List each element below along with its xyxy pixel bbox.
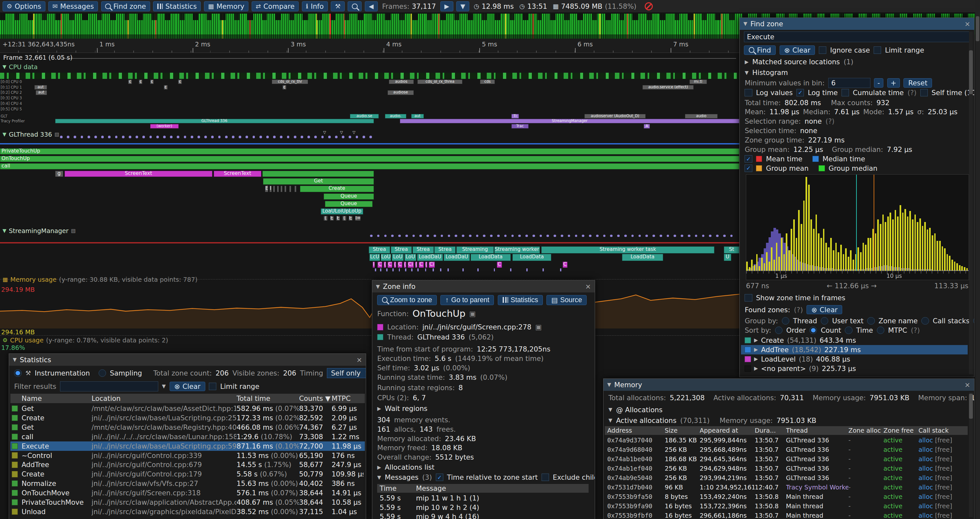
timeline-zone[interactable]: (worker) bbox=[150, 124, 179, 129]
collapse-icon[interactable]: ▼ bbox=[608, 407, 612, 412]
glthread-header[interactable]: ▼ GLThread 336 ▤ bbox=[3, 131, 59, 138]
timeline-zone[interactable]: LoaULoiUpLoUp bbox=[321, 208, 363, 214]
alloc-address[interactable]: 0x7553b9fa50 bbox=[607, 493, 665, 500]
collapse-icon[interactable]: ▼ bbox=[745, 70, 748, 76]
sample-dot[interactable] bbox=[101, 136, 104, 138]
scrollbar-thumb[interactable] bbox=[969, 394, 973, 419]
info-button[interactable]: ℹInfo bbox=[302, 1, 328, 11]
time-relative-label[interactable]: Time relative to zone start bbox=[447, 473, 538, 481]
stats-clear-button[interactable]: ⊗ Clear bbox=[170, 382, 205, 391]
timeline-zone[interactable]: ScreenText bbox=[65, 171, 213, 177]
timeline-zone[interactable]: audio. bbox=[385, 114, 406, 118]
alloc-thread[interactable]: GLThread 336 bbox=[786, 455, 849, 463]
allocation-row[interactable]: 0x74a9d68040256 KB295,668,489ns13:50.7GL… bbox=[605, 445, 968, 454]
free-link[interactable]: [free] bbox=[933, 493, 952, 500]
group-by-thread[interactable] bbox=[782, 317, 789, 324]
found-zone-group[interactable]: ▶Create(54,131)643.34 ms bbox=[741, 335, 968, 345]
alloc-thread[interactable]: Main thread bbox=[786, 512, 849, 519]
timeline-zone[interactable]: ( bbox=[342, 216, 346, 221]
found-zone-group[interactable]: ▶AddTree(18,542)227.19 ms bbox=[741, 345, 968, 355]
timeline-zone[interactable]: C bbox=[418, 262, 423, 268]
timeline-zone[interactable]: LoU bbox=[392, 254, 404, 260]
histogram-row[interactable]: ▼ Histogram bbox=[745, 69, 788, 77]
memory-col-appeared-at[interactable]: Appeared at bbox=[700, 427, 755, 434]
cumulate-label[interactable]: Cumulate time bbox=[853, 89, 904, 97]
memory-col-thread[interactable]: Thread bbox=[786, 427, 849, 434]
collapse-icon[interactable]: ▼ bbox=[744, 21, 748, 27]
timeline-zone[interactable]: ¢ bbox=[164, 85, 168, 89]
sample-dot[interactable] bbox=[645, 235, 648, 237]
timeline-zone[interactable] bbox=[273, 186, 275, 192]
memory-button[interactable]: ▦Memory bbox=[204, 1, 248, 11]
group-by-option-label[interactable]: Call stacks bbox=[933, 317, 970, 325]
fz-limit-range-label[interactable]: Limit range bbox=[885, 46, 924, 54]
sample-dot[interactable] bbox=[660, 235, 662, 237]
stats-col-counts[interactable]: Counts ▼ bbox=[299, 394, 331, 402]
sample-dot[interactable] bbox=[723, 235, 726, 237]
allocation-row[interactable]: 0x7553b9fa9016 bytes153,722,396ns13:50.8… bbox=[605, 501, 968, 511]
stats-col-location[interactable]: Location bbox=[91, 394, 236, 402]
sample-dot[interactable] bbox=[589, 235, 592, 237]
streamingmanager-header[interactable]: ▼ StreamingManager ▤ bbox=[3, 227, 76, 235]
timeline-zone[interactable]: Create bbox=[300, 186, 374, 192]
timeline-zone[interactable]: aut bbox=[34, 85, 47, 89]
sample-dot[interactable] bbox=[377, 235, 380, 237]
timeline-zone[interactable]: C bbox=[563, 262, 568, 268]
sample-dot[interactable] bbox=[129, 136, 131, 138]
memory-col-zone-free[interactable]: Zone free bbox=[883, 427, 918, 434]
timeline-zone[interactable]: ( bbox=[324, 216, 328, 221]
timeline-zone[interactable]: audio bbox=[685, 114, 718, 118]
timeline-zone[interactable]: ( bbox=[425, 262, 428, 268]
timeline-zone[interactable]: audio.service (effect) bbox=[643, 85, 694, 89]
timeline-zone[interactable]: audiose bbox=[388, 90, 414, 95]
sample-dot[interactable] bbox=[253, 136, 255, 138]
sample-dot[interactable] bbox=[525, 235, 528, 237]
found-zones-clear-button[interactable]: ⊗ Clear bbox=[807, 305, 842, 315]
collapse-icon[interactable]: ▼ bbox=[376, 284, 380, 289]
frame-down-button[interactable]: ▼ bbox=[456, 1, 469, 11]
alloc-appeared-at[interactable]: 295,999,844ns bbox=[700, 436, 755, 444]
sampling-label[interactable]: Sampling bbox=[110, 369, 142, 377]
alloc-appeared-at[interactable]: 153,492,240ns bbox=[700, 493, 755, 500]
allocation-row[interactable]: 0x7553b9fbf016 bytes296,661,186ns13:50.7… bbox=[605, 511, 968, 519]
table-row[interactable]: Get/mnt/e/claw/src/claw/base/AssetDict.h… bbox=[10, 404, 365, 413]
timeline-zone[interactable]: LoadDaU bbox=[444, 254, 470, 260]
timeline-zone[interactable]: Strea bbox=[391, 246, 412, 253]
alloc-address[interactable]: 0x74a9d68040 bbox=[607, 446, 665, 454]
sample-dot[interactable] bbox=[266, 136, 269, 138]
sort-by-time[interactable] bbox=[845, 327, 852, 334]
timeline-zone[interactable]: mi.tl bbox=[689, 80, 707, 84]
timeline-zone[interactable]: g bbox=[55, 171, 63, 177]
sample-dot[interactable] bbox=[511, 235, 514, 237]
timing-combo[interactable]: Self only ▼ bbox=[327, 368, 366, 378]
alloc-appeared-at[interactable]: 1:10 234,952,161 bbox=[700, 484, 755, 491]
timeline-zone[interactable]: Trac bbox=[511, 124, 529, 129]
copy-icon[interactable]: ▣ bbox=[469, 310, 476, 318]
source-button[interactable]: ▤ Source bbox=[546, 295, 587, 305]
log-time-checkbox[interactable]: ✓ bbox=[797, 89, 804, 96]
log-values-label[interactable]: Log values bbox=[756, 89, 793, 97]
time-relative-checkbox[interactable]: ✓ bbox=[436, 474, 443, 481]
table-row[interactable]: Normalizejni/../jni/src/claw/vfs/Vfs.cpp… bbox=[10, 479, 365, 488]
sample-dot[interactable] bbox=[94, 136, 97, 138]
sort-by-option-label[interactable]: Count bbox=[821, 326, 841, 334]
found-zone-group[interactable]: ▶LoadLevel(18)406.88 µs bbox=[741, 355, 968, 364]
zone-statistics-button[interactable]: Statistics bbox=[498, 295, 543, 305]
sample-dot[interactable] bbox=[546, 235, 549, 237]
timeline-zone[interactable]: LoadData bbox=[471, 254, 511, 260]
alloc-thread[interactable]: GLThread 336 bbox=[786, 474, 849, 482]
exclude-children-checkbox[interactable]: ✓ bbox=[542, 474, 549, 481]
close-icon[interactable]: × bbox=[356, 356, 362, 364]
sample-dot[interactable] bbox=[191, 136, 193, 138]
sample-dot[interactable] bbox=[204, 136, 207, 138]
table-row[interactable]: AddTreejni/../jni/src/guif/Control.cpp:6… bbox=[10, 460, 365, 469]
statistics-titlebar[interactable]: ▼ Statistics × bbox=[9, 354, 366, 366]
sample-dot[interactable] bbox=[575, 235, 578, 237]
sort-by-mtpc[interactable] bbox=[877, 327, 885, 334]
alloc-address[interactable]: 0x7531d7b040 bbox=[607, 484, 665, 491]
memory-usage-graph[interactable] bbox=[0, 285, 740, 329]
ignore-case-label[interactable]: Ignore case bbox=[830, 46, 870, 54]
allocation-row[interactable]: 0x74ab1be040186.68 KB294,645,364ns13:50.… bbox=[605, 454, 968, 464]
timeline-zone[interactable]: GLThread 336 bbox=[55, 119, 374, 123]
find-button[interactable]: Find bbox=[744, 45, 776, 55]
